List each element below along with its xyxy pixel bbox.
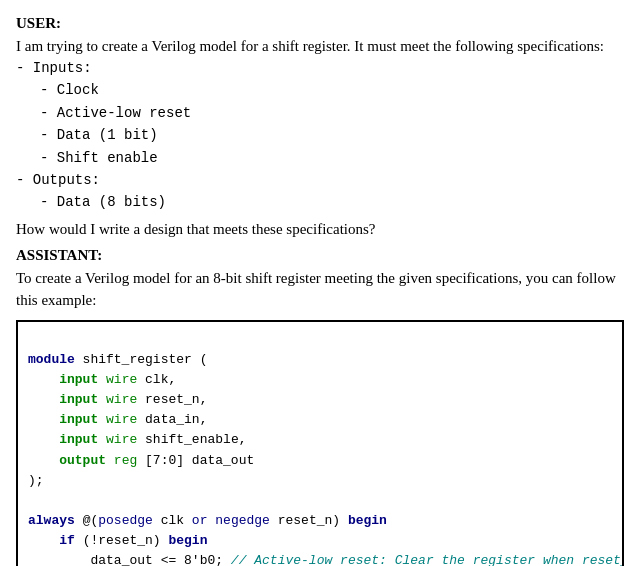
user-label: USER: [16, 15, 61, 31]
user-section: USER: I am trying to create a Verilog mo… [16, 12, 624, 240]
inputs-label: - Inputs: [16, 57, 624, 79]
assistant-section: ASSISTANT: To create a Verilog model for… [16, 244, 624, 312]
output-data: - Data (8 bits) [40, 191, 624, 213]
input-clock: - Clock [40, 79, 624, 101]
outputs-label: - Outputs: [16, 169, 624, 191]
user-question: How would I write a design that meets th… [16, 218, 624, 241]
assistant-intro: To create a Verilog model for an 8-bit s… [16, 267, 624, 312]
inputs-list: - Clock - Active-low reset - Data (1 bit… [40, 79, 624, 169]
code-block: module shift_register ( input wire clk, … [16, 320, 624, 566]
input-data: - Data (1 bit) [40, 124, 624, 146]
assistant-label: ASSISTANT: [16, 247, 102, 263]
input-reset: - Active-low reset [40, 102, 624, 124]
user-intro: I am trying to create a Verilog model fo… [16, 35, 624, 58]
outputs-list: - Data (8 bits) [40, 191, 624, 213]
input-shift: - Shift enable [40, 147, 624, 169]
